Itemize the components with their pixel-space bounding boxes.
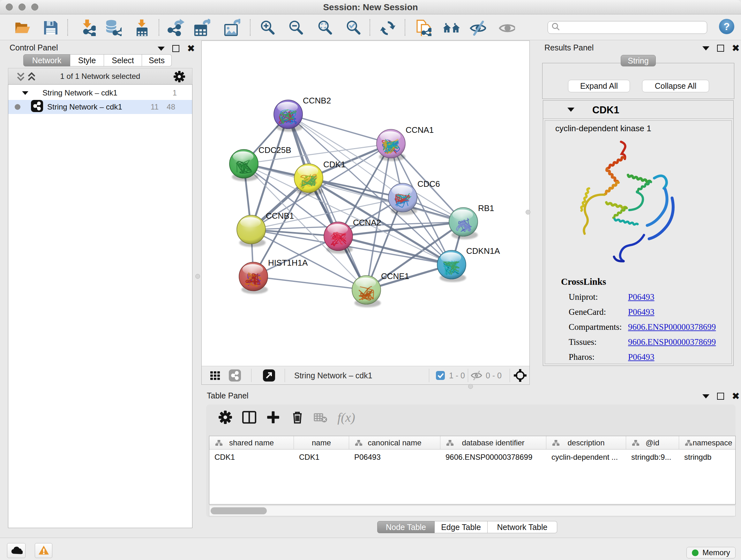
table-cell[interactable]: stringdb:9... xyxy=(626,451,679,463)
network-canvas[interactable]: CDK1 – CCNB1CDK1 – CCNB2CDK1 – CCNA2CDK1… xyxy=(202,41,529,366)
collapse-all-button[interactable]: Collapse All xyxy=(642,80,709,92)
table-cell[interactable]: CDK1 xyxy=(294,451,349,463)
table-cell[interactable]: 9606.ENSP00000378699 xyxy=(441,451,546,463)
maximize-table-icon[interactable] xyxy=(717,393,724,400)
tab-node-table[interactable]: Node Table xyxy=(377,521,434,533)
save-session-icon[interactable] xyxy=(42,18,59,37)
cloud-button[interactable] xyxy=(7,543,25,558)
crosslink-row: Uniprot:P06493 xyxy=(545,292,731,302)
table-cell[interactable]: stringdb xyxy=(679,451,736,463)
tab-sets[interactable]: Sets xyxy=(142,54,172,66)
first-neighbors-icon[interactable] xyxy=(442,18,460,37)
search-input[interactable] xyxy=(561,22,707,33)
import-network-file-icon[interactable] xyxy=(78,18,96,37)
column-header-namespace[interactable]: namespace xyxy=(679,436,736,449)
table-hscrollbar[interactable] xyxy=(209,505,736,516)
node-CCNE1[interactable] xyxy=(352,275,381,307)
apply-layout-icon[interactable] xyxy=(378,18,396,37)
open-session-icon[interactable] xyxy=(13,18,31,37)
tab-select[interactable]: Select xyxy=(104,54,142,66)
close-table-icon[interactable]: ✖ xyxy=(732,393,740,400)
selected-checkbox-icon[interactable] xyxy=(435,371,445,380)
column-header-shared-name[interactable]: shared name xyxy=(209,436,294,449)
export-network-icon[interactable] xyxy=(167,18,185,37)
new-network-from-selection-icon[interactable] xyxy=(414,18,432,37)
node-CDC25B[interactable] xyxy=(229,149,258,181)
show-all-icon[interactable] xyxy=(497,18,515,37)
node-CCNB2[interactable] xyxy=(274,100,302,132)
crosshair-icon[interactable] xyxy=(514,369,527,382)
zoom-in-icon[interactable] xyxy=(259,18,276,37)
hide-selected-icon[interactable] xyxy=(468,18,486,37)
column-tree-icon xyxy=(446,439,454,448)
tab-network[interactable]: Network xyxy=(23,54,70,66)
right-splitter-handle[interactable] xyxy=(526,210,530,214)
column-header-description[interactable]: description xyxy=(546,436,626,449)
table-cell[interactable]: P06493 xyxy=(349,451,441,463)
node-CDK1[interactable] xyxy=(294,164,323,196)
warnings-button[interactable] xyxy=(35,543,52,558)
column-header-@id[interactable]: @id xyxy=(626,436,679,449)
node-CCNA2[interactable] xyxy=(324,222,353,254)
memory-button[interactable]: Memory xyxy=(686,547,736,558)
collection-expander-icon[interactable] xyxy=(22,91,28,95)
node-CDC6[interactable] xyxy=(388,183,417,215)
birdseye-grid-icon[interactable] xyxy=(209,369,221,381)
crosslink-label: Uniprot: xyxy=(569,292,628,302)
delete-column-icon[interactable] xyxy=(291,410,304,424)
hscroll-thumb[interactable] xyxy=(211,507,267,514)
zoom-selected-icon[interactable] xyxy=(344,18,362,37)
network-collection-row[interactable]: String Network – cdk1 1 xyxy=(8,86,192,100)
export-image-icon[interactable] xyxy=(222,18,240,37)
table-body: f(x) shared namenamecanonical namedataba… xyxy=(206,405,736,517)
node-CDKN1A[interactable] xyxy=(437,250,466,282)
crosslink-link[interactable]: P06493 xyxy=(628,307,655,317)
search-box[interactable] xyxy=(548,21,707,34)
show-columns-icon[interactable] xyxy=(242,411,256,424)
delete-table-icon[interactable] xyxy=(314,412,328,423)
zoom-out-icon[interactable] xyxy=(287,18,305,37)
close-results-icon[interactable]: ✖ xyxy=(732,45,740,52)
bottom-splitter-handle[interactable] xyxy=(468,384,473,389)
export-table-icon[interactable] xyxy=(192,18,210,37)
string-network-icon xyxy=(30,100,44,114)
close-panel-icon[interactable]: ✖ xyxy=(187,45,195,52)
node-CCNA1[interactable] xyxy=(377,129,405,161)
network-row[interactable]: String Network – cdk1 11 48 xyxy=(8,100,192,114)
gene-section-header[interactable]: CDK1 xyxy=(543,101,733,119)
import-network-database-icon[interactable] xyxy=(104,18,122,37)
tab-edge-table[interactable]: Edge Table xyxy=(434,521,488,533)
table-cell[interactable]: cyclin-dependent ... xyxy=(546,451,626,463)
hidden-eye-icon[interactable] xyxy=(470,370,483,381)
column-header-database-identifier[interactable]: database identifier xyxy=(441,436,546,449)
export-view-icon[interactable] xyxy=(263,369,275,382)
function-builder-icon[interactable]: f(x) xyxy=(337,410,355,425)
node-RB1[interactable] xyxy=(449,207,478,240)
left-splitter-handle[interactable] xyxy=(195,274,200,279)
table-options-gear-icon[interactable] xyxy=(219,411,232,424)
node-HIST1H1A[interactable] xyxy=(239,262,268,294)
table-cell[interactable]: CDK1 xyxy=(209,451,294,463)
add-column-icon[interactable] xyxy=(266,411,280,424)
crosslink-link[interactable]: 9606.ENSP00000378699 xyxy=(628,337,716,347)
tab-string[interactable]: String xyxy=(621,55,656,66)
help-button[interactable]: ? xyxy=(719,19,734,34)
zoom-fit-icon[interactable] xyxy=(316,18,334,37)
tab-style[interactable]: Style xyxy=(70,54,104,66)
expand-all-button[interactable]: Expand All xyxy=(568,80,630,92)
node-CCNB1[interactable] xyxy=(237,215,266,247)
column-header-name[interactable]: name xyxy=(294,436,349,449)
maximize-panel-icon[interactable] xyxy=(172,45,179,52)
network-options-gear-icon[interactable] xyxy=(174,71,185,84)
column-header-canonical-name[interactable]: canonical name xyxy=(349,436,441,449)
float-panel-icon[interactable] xyxy=(158,47,165,51)
float-results-icon[interactable] xyxy=(702,46,710,51)
crosslink-link[interactable]: P06493 xyxy=(628,352,655,362)
maximize-results-icon[interactable] xyxy=(717,45,724,52)
gene-expander-icon[interactable] xyxy=(567,108,575,112)
import-table-file-icon[interactable] xyxy=(132,18,150,37)
float-table-icon[interactable] xyxy=(702,394,710,398)
crosslink-link[interactable]: 9606.ENSP00000378699 xyxy=(628,322,716,332)
crosslink-link[interactable]: P06493 xyxy=(628,292,655,302)
tab-network-table[interactable]: Network Table xyxy=(488,521,557,533)
